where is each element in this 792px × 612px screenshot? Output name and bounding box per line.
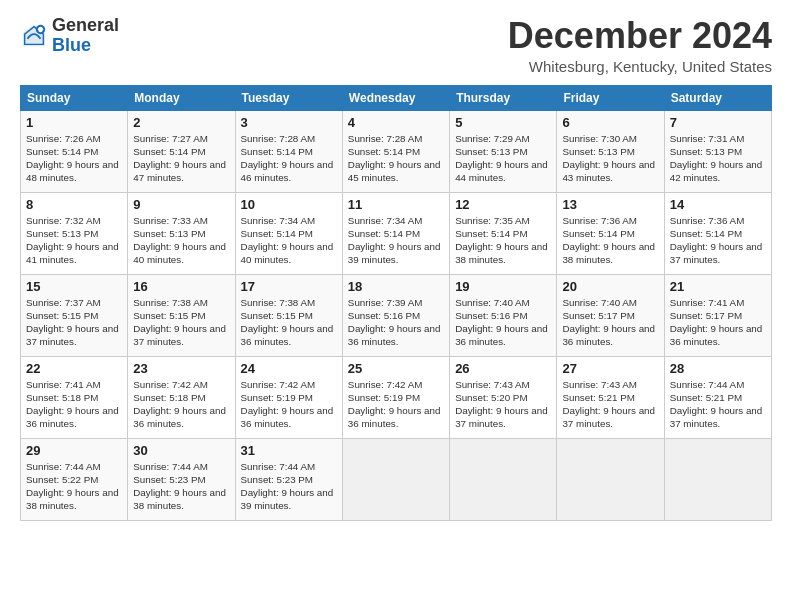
day-info: Sunrise: 7:37 AM Sunset: 5:15 PM Dayligh… (26, 296, 122, 349)
day-info: Sunrise: 7:35 AM Sunset: 5:14 PM Dayligh… (455, 214, 551, 267)
weekday-header: Saturday (664, 85, 771, 110)
calendar-cell: 4Sunrise: 7:28 AM Sunset: 5:14 PM Daylig… (342, 110, 449, 192)
day-info: Sunrise: 7:39 AM Sunset: 5:16 PM Dayligh… (348, 296, 444, 349)
location: Whitesburg, Kentucky, United States (508, 58, 772, 75)
calendar-cell: 18Sunrise: 7:39 AM Sunset: 5:16 PM Dayli… (342, 274, 449, 356)
day-number: 18 (348, 279, 444, 294)
logo: General Blue (20, 16, 119, 56)
calendar-cell (664, 438, 771, 520)
day-info: Sunrise: 7:40 AM Sunset: 5:16 PM Dayligh… (455, 296, 551, 349)
calendar-cell: 1Sunrise: 7:26 AM Sunset: 5:14 PM Daylig… (21, 110, 128, 192)
weekday-header-row: SundayMondayTuesdayWednesdayThursdayFrid… (21, 85, 772, 110)
calendar-week-row: 8Sunrise: 7:32 AM Sunset: 5:13 PM Daylig… (21, 192, 772, 274)
calendar-cell: 10Sunrise: 7:34 AM Sunset: 5:14 PM Dayli… (235, 192, 342, 274)
calendar-cell: 29Sunrise: 7:44 AM Sunset: 5:22 PM Dayli… (21, 438, 128, 520)
calendar-cell: 8Sunrise: 7:32 AM Sunset: 5:13 PM Daylig… (21, 192, 128, 274)
calendar-cell: 12Sunrise: 7:35 AM Sunset: 5:14 PM Dayli… (450, 192, 557, 274)
day-number: 20 (562, 279, 658, 294)
calendar-cell: 17Sunrise: 7:38 AM Sunset: 5:15 PM Dayli… (235, 274, 342, 356)
day-number: 10 (241, 197, 337, 212)
day-info: Sunrise: 7:36 AM Sunset: 5:14 PM Dayligh… (670, 214, 766, 267)
calendar-week-row: 22Sunrise: 7:41 AM Sunset: 5:18 PM Dayli… (21, 356, 772, 438)
calendar-cell: 24Sunrise: 7:42 AM Sunset: 5:19 PM Dayli… (235, 356, 342, 438)
calendar-cell: 31Sunrise: 7:44 AM Sunset: 5:23 PM Dayli… (235, 438, 342, 520)
calendar-cell: 11Sunrise: 7:34 AM Sunset: 5:14 PM Dayli… (342, 192, 449, 274)
day-number: 2 (133, 115, 229, 130)
day-info: Sunrise: 7:38 AM Sunset: 5:15 PM Dayligh… (241, 296, 337, 349)
calendar-cell: 28Sunrise: 7:44 AM Sunset: 5:21 PM Dayli… (664, 356, 771, 438)
day-info: Sunrise: 7:41 AM Sunset: 5:17 PM Dayligh… (670, 296, 766, 349)
logo-icon (20, 22, 48, 50)
calendar-cell: 9Sunrise: 7:33 AM Sunset: 5:13 PM Daylig… (128, 192, 235, 274)
weekday-header: Wednesday (342, 85, 449, 110)
calendar-cell: 27Sunrise: 7:43 AM Sunset: 5:21 PM Dayli… (557, 356, 664, 438)
day-number: 24 (241, 361, 337, 376)
day-info: Sunrise: 7:32 AM Sunset: 5:13 PM Dayligh… (26, 214, 122, 267)
calendar-cell (557, 438, 664, 520)
day-info: Sunrise: 7:28 AM Sunset: 5:14 PM Dayligh… (241, 132, 337, 185)
weekday-header: Friday (557, 85, 664, 110)
logo-general: General (52, 16, 119, 36)
day-number: 1 (26, 115, 122, 130)
calendar-cell: 5Sunrise: 7:29 AM Sunset: 5:13 PM Daylig… (450, 110, 557, 192)
calendar-cell: 22Sunrise: 7:41 AM Sunset: 5:18 PM Dayli… (21, 356, 128, 438)
calendar-cell: 14Sunrise: 7:36 AM Sunset: 5:14 PM Dayli… (664, 192, 771, 274)
day-number: 17 (241, 279, 337, 294)
day-number: 15 (26, 279, 122, 294)
day-number: 13 (562, 197, 658, 212)
day-number: 30 (133, 443, 229, 458)
logo-text: General Blue (52, 16, 119, 56)
calendar-cell: 23Sunrise: 7:42 AM Sunset: 5:18 PM Dayli… (128, 356, 235, 438)
weekday-header: Thursday (450, 85, 557, 110)
day-info: Sunrise: 7:27 AM Sunset: 5:14 PM Dayligh… (133, 132, 229, 185)
day-info: Sunrise: 7:38 AM Sunset: 5:15 PM Dayligh… (133, 296, 229, 349)
calendar-cell: 19Sunrise: 7:40 AM Sunset: 5:16 PM Dayli… (450, 274, 557, 356)
calendar-cell: 7Sunrise: 7:31 AM Sunset: 5:13 PM Daylig… (664, 110, 771, 192)
title-block: December 2024 Whitesburg, Kentucky, Unit… (508, 16, 772, 75)
calendar-cell: 15Sunrise: 7:37 AM Sunset: 5:15 PM Dayli… (21, 274, 128, 356)
day-number: 4 (348, 115, 444, 130)
calendar-cell: 2Sunrise: 7:27 AM Sunset: 5:14 PM Daylig… (128, 110, 235, 192)
page-header: General Blue December 2024 Whitesburg, K… (20, 16, 772, 75)
day-number: 22 (26, 361, 122, 376)
day-info: Sunrise: 7:43 AM Sunset: 5:20 PM Dayligh… (455, 378, 551, 431)
calendar-week-row: 15Sunrise: 7:37 AM Sunset: 5:15 PM Dayli… (21, 274, 772, 356)
day-info: Sunrise: 7:26 AM Sunset: 5:14 PM Dayligh… (26, 132, 122, 185)
day-number: 14 (670, 197, 766, 212)
weekday-header: Tuesday (235, 85, 342, 110)
day-info: Sunrise: 7:44 AM Sunset: 5:23 PM Dayligh… (133, 460, 229, 513)
day-number: 16 (133, 279, 229, 294)
day-number: 12 (455, 197, 551, 212)
calendar-cell: 6Sunrise: 7:30 AM Sunset: 5:13 PM Daylig… (557, 110, 664, 192)
calendar-week-row: 29Sunrise: 7:44 AM Sunset: 5:22 PM Dayli… (21, 438, 772, 520)
day-number: 29 (26, 443, 122, 458)
calendar-cell (342, 438, 449, 520)
logo-blue: Blue (52, 36, 119, 56)
day-info: Sunrise: 7:42 AM Sunset: 5:19 PM Dayligh… (241, 378, 337, 431)
calendar-week-row: 1Sunrise: 7:26 AM Sunset: 5:14 PM Daylig… (21, 110, 772, 192)
day-info: Sunrise: 7:44 AM Sunset: 5:22 PM Dayligh… (26, 460, 122, 513)
weekday-header: Sunday (21, 85, 128, 110)
day-info: Sunrise: 7:44 AM Sunset: 5:23 PM Dayligh… (241, 460, 337, 513)
day-info: Sunrise: 7:29 AM Sunset: 5:13 PM Dayligh… (455, 132, 551, 185)
day-number: 9 (133, 197, 229, 212)
calendar-cell: 16Sunrise: 7:38 AM Sunset: 5:15 PM Dayli… (128, 274, 235, 356)
day-number: 23 (133, 361, 229, 376)
day-number: 31 (241, 443, 337, 458)
day-info: Sunrise: 7:43 AM Sunset: 5:21 PM Dayligh… (562, 378, 658, 431)
calendar-cell: 20Sunrise: 7:40 AM Sunset: 5:17 PM Dayli… (557, 274, 664, 356)
calendar-cell: 26Sunrise: 7:43 AM Sunset: 5:20 PM Dayli… (450, 356, 557, 438)
day-number: 21 (670, 279, 766, 294)
day-number: 28 (670, 361, 766, 376)
day-number: 25 (348, 361, 444, 376)
day-number: 3 (241, 115, 337, 130)
day-info: Sunrise: 7:36 AM Sunset: 5:14 PM Dayligh… (562, 214, 658, 267)
day-info: Sunrise: 7:33 AM Sunset: 5:13 PM Dayligh… (133, 214, 229, 267)
day-info: Sunrise: 7:34 AM Sunset: 5:14 PM Dayligh… (348, 214, 444, 267)
day-number: 27 (562, 361, 658, 376)
calendar-cell: 3Sunrise: 7:28 AM Sunset: 5:14 PM Daylig… (235, 110, 342, 192)
day-number: 6 (562, 115, 658, 130)
day-number: 8 (26, 197, 122, 212)
day-info: Sunrise: 7:28 AM Sunset: 5:14 PM Dayligh… (348, 132, 444, 185)
day-number: 5 (455, 115, 551, 130)
